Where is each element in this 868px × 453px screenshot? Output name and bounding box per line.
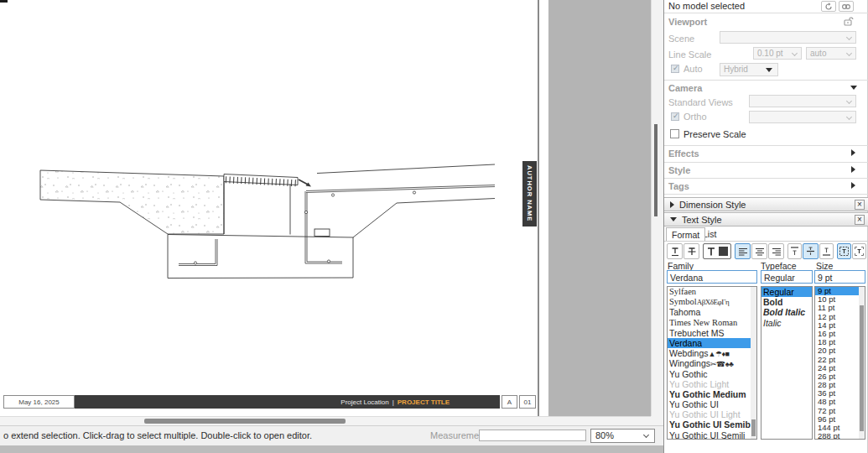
family-scrollbar-thumb[interactable] — [751, 419, 756, 436]
list-item[interactable]: 16 pt — [815, 330, 865, 338]
text-color-button[interactable] — [703, 243, 731, 259]
sheet-letter-box[interactable]: A — [502, 395, 517, 409]
typeface-list[interactable]: RegularBoldBold ItalicItalic — [761, 286, 813, 440]
list-item[interactable]: Verdana — [668, 338, 756, 348]
anchor-center-button[interactable] — [803, 243, 819, 259]
list-item[interactable]: 10 pt — [815, 295, 865, 304]
list-item[interactable]: 144 pt — [815, 424, 865, 432]
unbounded-text-button[interactable] — [852, 243, 866, 259]
size-input[interactable]: 9 pt — [814, 270, 865, 284]
paper-page[interactable]: May 16, 2025 Project Location | PROJECT … — [0, 0, 548, 416]
link-icon — [841, 3, 851, 10]
render-mode-select[interactable]: Hybrid — [720, 63, 778, 76]
list-item[interactable]: 72 pt — [815, 407, 865, 415]
section-drawing[interactable] — [0, 0, 548, 416]
line-scale-mode-select[interactable]: auto — [806, 47, 856, 60]
list-item[interactable]: 48 pt — [815, 398, 865, 406]
list-item[interactable]: Trebuchet MS — [668, 328, 756, 338]
collapse-triangle-icon[interactable] — [850, 86, 857, 90]
list-item[interactable]: Yu Gothic UI Semib — [668, 419, 756, 430]
list-item[interactable]: Yu Gothic Medium — [668, 389, 756, 399]
ortho-scale-select[interactable] — [749, 111, 856, 123]
size-list-scrollbar[interactable] — [859, 287, 865, 439]
expand-triangle-icon[interactable] — [851, 149, 855, 156]
link-button[interactable] — [839, 1, 854, 12]
auto-checkbox[interactable] — [671, 65, 679, 73]
line-scale-value-select[interactable]: 0.10 pt — [753, 47, 802, 60]
list-item[interactable]: 14 pt — [815, 321, 865, 330]
list-item[interactable]: Yu Gothic Light — [668, 379, 756, 389]
anchor-top-button[interactable] — [787, 243, 802, 259]
bounded-text-button[interactable] — [837, 243, 851, 259]
list-item[interactable]: 26 pt — [815, 372, 865, 381]
author-name-tab[interactable]: AUTHOR NAME — [522, 161, 537, 226]
date-box[interactable]: May 16, 2025 — [3, 395, 75, 409]
list-item[interactable]: Sylfaen — [668, 287, 756, 297]
list-item[interactable]: Yu Gothic UI Semili — [668, 430, 756, 440]
list-item[interactable]: 288 pt — [815, 432, 865, 440]
text-style-header[interactable]: Text Style — [664, 212, 868, 226]
expand-triangle-icon[interactable] — [851, 182, 855, 189]
list-item[interactable]: Yu Gothic UI Light — [668, 409, 756, 419]
list-item[interactable]: SymbolΑβΧδΕφΓη — [668, 297, 756, 307]
title-bar[interactable]: Project Location | PROJECT TITLE — [75, 395, 500, 409]
effects-section-header[interactable]: Effects — [668, 148, 699, 159]
dimension-style-header[interactable]: Dimension Style — [664, 197, 868, 211]
list-item[interactable]: Webdings▲☂♦■ — [668, 348, 756, 358]
list-item[interactable]: 20 pt — [815, 346, 865, 355]
list-item[interactable]: 18 pt — [815, 338, 865, 346]
align-right-button[interactable] — [768, 243, 784, 259]
list-item[interactable]: Bold Italic — [761, 307, 812, 317]
list-item[interactable]: Wingdings✂☎♠♣ — [668, 358, 756, 368]
preserve-scale-checkbox[interactable] — [670, 129, 679, 138]
size-scrollbar-thumb[interactable] — [860, 305, 864, 431]
ortho-checkbox[interactable] — [671, 112, 679, 121]
list-item[interactable]: 12 pt — [815, 313, 865, 321]
list-item[interactable]: Bold — [761, 297, 812, 307]
list-item[interactable]: 9 pt — [815, 287, 865, 295]
family-list[interactable]: SylfaenSymbolΑβΧδΕφΓηTahomaTimes New Rom… — [667, 286, 757, 440]
expand-triangle-icon[interactable] — [851, 166, 855, 173]
tags-section-header[interactable]: Tags — [668, 181, 689, 191]
tab-format[interactable]: Format — [666, 227, 705, 241]
close-icon[interactable] — [855, 200, 865, 210]
refresh-button[interactable] — [821, 1, 836, 12]
pasteboard[interactable] — [548, 0, 651, 416]
list-item[interactable]: 28 pt — [815, 381, 865, 389]
list-item[interactable]: Times New Roman — [668, 318, 756, 328]
vertical-scrollbar[interactable] — [651, 0, 663, 425]
anchor-bottom-button[interactable] — [819, 243, 834, 259]
scene-select[interactable] — [720, 31, 856, 44]
lock-icon[interactable] — [842, 15, 854, 29]
list-item[interactable]: Tahoma — [668, 307, 756, 317]
size-list[interactable]: 9 pt10 pt11 pt12 pt14 pt16 pt18 pt20 pt2… — [814, 286, 865, 440]
vertical-scrollbar-thumb[interactable] — [654, 124, 657, 216]
close-icon[interactable] — [855, 215, 865, 225]
typeface-input[interactable]: Regular — [761, 270, 813, 284]
list-item[interactable]: Yu Gothic UI — [668, 399, 756, 409]
camera-section-header[interactable]: Camera — [668, 83, 702, 93]
family-input[interactable]: Verdana — [667, 270, 757, 284]
align-center-button[interactable] — [751, 243, 767, 259]
horizontal-scrollbar[interactable] — [0, 416, 651, 425]
family-list-scrollbar[interactable] — [751, 287, 756, 439]
measurements-input[interactable] — [479, 430, 586, 441]
list-item[interactable]: 22 pt — [815, 356, 865, 364]
list-item[interactable]: 24 pt — [815, 364, 865, 372]
style-section-header[interactable]: Style — [668, 165, 690, 175]
list-item[interactable]: Italic — [761, 318, 812, 328]
standard-views-select[interactable] — [749, 95, 856, 107]
zoom-select[interactable]: 80% — [590, 429, 655, 443]
underline-button[interactable] — [667, 243, 683, 259]
strikethrough-button[interactable] — [683, 243, 699, 259]
viewport-section-header[interactable]: Viewport — [668, 17, 707, 27]
list-item[interactable]: 96 pt — [815, 415, 865, 424]
horizontal-scrollbar-thumb[interactable] — [144, 419, 346, 424]
list-item[interactable]: Regular — [761, 287, 812, 297]
list-item[interactable]: 11 pt — [815, 304, 865, 312]
align-left-button[interactable] — [735, 243, 751, 259]
list-item[interactable]: 36 pt — [815, 389, 865, 398]
list-item[interactable]: Yu Gothic — [668, 369, 756, 379]
document-canvas[interactable]: May 16, 2025 Project Location | PROJECT … — [0, 0, 663, 453]
sheet-number-box[interactable]: 01 — [519, 395, 536, 409]
